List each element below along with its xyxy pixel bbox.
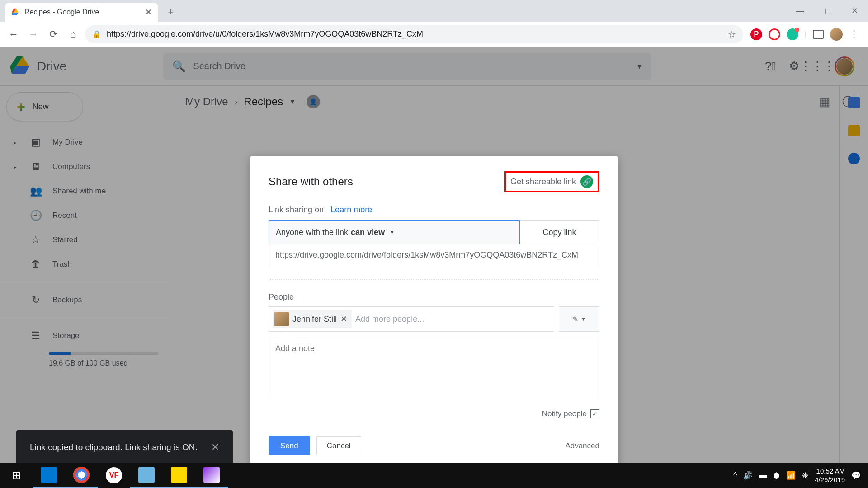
dropbox-icon[interactable]: ⬢	[773, 471, 780, 480]
toast-message: Link copied to clipboard. Link sharing i…	[30, 442, 198, 452]
window-controls: — ◻ ✕	[787, 0, 868, 22]
taskbar-chrome[interactable]	[65, 463, 98, 488]
address-bar: ← → ⟳ ⌂ 🔒 https://drive.google.com/drive…	[0, 22, 868, 47]
share-dialog: Share with others Get shareable link 🔗 L…	[250, 156, 618, 468]
pinterest-icon[interactable]: P	[750, 28, 762, 40]
browser-menu-icon[interactable]: ⋮	[849, 28, 859, 40]
learn-more-link[interactable]: Learn more	[330, 205, 372, 214]
back-button[interactable]: ←	[5, 26, 22, 42]
battery-icon[interactable]: ▬	[759, 471, 767, 480]
home-button[interactable]: ⌂	[65, 26, 81, 42]
omnibox[interactable]: 🔒 https://drive.google.com/drive/u/0/fol…	[85, 25, 743, 43]
notify-label: Notify people	[542, 409, 587, 418]
profile-avatar[interactable]	[830, 28, 843, 41]
action-center-icon[interactable]: 💬	[851, 471, 861, 480]
browser-tab[interactable]: Recipes - Google Drive ✕	[5, 3, 158, 22]
lock-icon: 🔒	[92, 30, 101, 38]
taskbar-app-paint[interactable]	[195, 463, 228, 488]
pencil-icon: ✎	[572, 315, 578, 324]
chip-avatar	[274, 312, 289, 326]
grammarly-icon[interactable]	[787, 28, 798, 40]
windows-taskbar: ⊞ VF ^ 🔊 ▬ ⬢ 📶 ❋ 10:52 AM 4/29/2019 💬	[0, 463, 868, 488]
url-text: https://drive.google.com/drive/u/0/folde…	[107, 29, 722, 39]
tab-title: Recipes - Google Drive	[24, 8, 141, 16]
people-placeholder: Add more people...	[355, 314, 424, 324]
taskbar-app-sticky[interactable]	[163, 463, 195, 488]
drive-favicon-icon	[11, 8, 20, 17]
start-button[interactable]: ⊞	[0, 463, 33, 488]
link-sharing-status: Link sharing on Learn more	[269, 205, 599, 215]
tab-close-icon[interactable]: ✕	[145, 7, 152, 17]
permission-button[interactable]: ✎ ▼	[559, 306, 599, 332]
chevron-down-icon: ▼	[389, 229, 395, 235]
copy-link-button[interactable]: Copy link	[520, 220, 599, 244]
reload-button[interactable]: ⟳	[45, 26, 61, 42]
people-input[interactable]: Jennifer Still ✕ Add more people...	[269, 306, 554, 332]
browser-tab-bar: Recipes - Google Drive ✕ + — ◻ ✕	[0, 0, 868, 22]
system-tray: ^ 🔊 ▬ ⬢ 📶 ❋ 10:52 AM 4/29/2019 💬	[733, 467, 868, 484]
cast-icon[interactable]	[813, 30, 824, 39]
toast-notification: Link copied to clipboard. Link sharing i…	[16, 430, 233, 465]
app-body: Drive 🔍 ▼ ?⃝ ⚙ ⋮⋮⋮ + New ▸▣My Drive	[0, 47, 868, 488]
new-tab-button[interactable]: +	[163, 4, 179, 20]
link-permission-dropdown[interactable]: Anyone with the link can view ▼	[269, 220, 520, 244]
dialog-title: Share with others	[269, 175, 353, 188]
chip-remove-icon[interactable]: ✕	[340, 314, 347, 324]
volume-icon[interactable]: 🔊	[743, 471, 753, 480]
tray-misc-icon[interactable]: ❋	[802, 471, 808, 480]
extension-icons: P | ⋮	[747, 28, 863, 41]
clock[interactable]: 10:52 AM 4/29/2019	[815, 467, 845, 484]
wifi-icon[interactable]: 📶	[786, 471, 796, 480]
chevron-down-icon: ▼	[581, 316, 586, 322]
close-window-button[interactable]: ✕	[841, 0, 868, 22]
cancel-button[interactable]: Cancel	[316, 436, 361, 455]
link-icon: 🔗	[580, 175, 593, 188]
minimize-button[interactable]: —	[787, 0, 814, 22]
taskbar-app-notes[interactable]	[130, 463, 163, 488]
note-textarea[interactable]	[269, 338, 599, 401]
person-chip[interactable]: Jennifer Still ✕	[273, 310, 352, 328]
send-button[interactable]: Send	[269, 436, 310, 455]
taskbar-edge[interactable]	[33, 463, 65, 488]
share-link-display[interactable]: https://drive.google.com/drive/folders/1…	[269, 244, 599, 266]
toast-close-icon[interactable]: ✕	[211, 441, 219, 453]
notify-checkbox[interactable]: ✓	[590, 409, 599, 418]
forward-button[interactable]: →	[25, 26, 42, 42]
taskbar-app-vf[interactable]: VF	[98, 463, 130, 488]
maximize-button[interactable]: ◻	[814, 0, 841, 22]
get-shareable-link-button[interactable]: Get shareable link 🔗	[504, 171, 599, 192]
opera-icon[interactable]	[769, 28, 780, 40]
tray-expand-icon[interactable]: ^	[733, 471, 737, 480]
bookmark-star-icon[interactable]: ☆	[728, 29, 736, 40]
people-label: People	[269, 292, 599, 302]
advanced-link[interactable]: Advanced	[565, 441, 599, 450]
